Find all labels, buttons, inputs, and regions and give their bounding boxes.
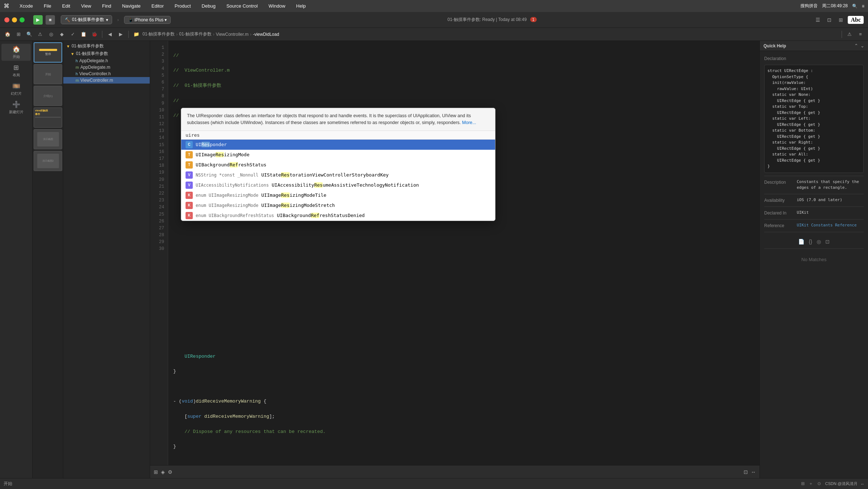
editor-options[interactable]: ≡	[856, 30, 865, 39]
error-indicator[interactable]: ⚠	[845, 30, 854, 39]
report-icon[interactable]: 📋	[79, 30, 88, 39]
ac-badge-6: K	[186, 202, 193, 209]
layout-sidebar-icon: ⊞	[13, 64, 19, 72]
qh-reference-link[interactable]: UIKit Constants Reference	[797, 222, 857, 229]
slide-thumb-4[interactable]: view的触发 事件	[34, 107, 62, 128]
file-nav-icon[interactable]: 📁	[132, 30, 141, 39]
editor-toggle[interactable]: ⊡	[825, 15, 834, 25]
sidebar-new-item[interactable]: ➕ 新建灯片	[1, 99, 31, 116]
right-panel-toggle[interactable]: ⊞	[836, 15, 846, 25]
layout-icon[interactable]: ⊞	[14, 30, 23, 39]
menu-edit[interactable]: Edit	[60, 3, 72, 9]
maximize-button[interactable]	[20, 17, 25, 22]
home-icon[interactable]: 🏠	[3, 30, 12, 39]
breadcrumb-group[interactable]: 01-触摸事件参数	[179, 31, 211, 37]
ac-item-7[interactable]: K enum UIBackgroundRefreshStatus UIBackg…	[181, 211, 495, 221]
sidebar-start-item[interactable]: 🏠 开始	[1, 44, 31, 61]
qh-description-label: Description	[764, 179, 793, 191]
run-button[interactable]: ▶	[33, 15, 43, 25]
stop-button[interactable]: ■	[46, 15, 55, 25]
menu-xcode[interactable]: Xcode	[17, 3, 35, 9]
bottom-circle-icon[interactable]: ⊙	[817, 481, 821, 486]
breadcrumb-sep-1: ›	[176, 32, 178, 37]
editor-bt-icon-5[interactable]: ↔	[751, 469, 756, 475]
device-selector[interactable]: 📱 iPhone 6s Plus ▾	[124, 16, 171, 24]
ac-ctx-5: enum UIImageResizingMode	[196, 193, 258, 198]
qh-code-icon[interactable]: {}	[809, 238, 812, 246]
autocomplete-more-link[interactable]: More...	[462, 120, 476, 125]
ac-item-0[interactable]: C UIResponder	[181, 140, 495, 150]
qh-inspect-icon[interactable]: ⊡	[825, 238, 830, 246]
debug-icon[interactable]: 🐞	[90, 30, 99, 39]
file-item-vc-m[interactable]: m ViewController.m	[63, 77, 150, 84]
editor-bt-icon-3[interactable]: ⚙	[168, 469, 173, 475]
menu-navigate[interactable]: Navigate	[120, 3, 142, 9]
slide-thumb-5[interactable]: 演示截图	[34, 129, 62, 149]
source-control-icon[interactable]: ◎	[46, 30, 56, 39]
menu-view[interactable]: View	[79, 3, 93, 9]
code-lines[interactable]: // // ViewController.m // 01-触摸事件参数 // /…	[168, 41, 760, 465]
ac-ctx-6: enum UIImageResizingMode	[196, 203, 258, 208]
menu-source-control[interactable]: Source Control	[224, 3, 260, 9]
m-file-icon-2: m	[76, 78, 79, 82]
bottom-expand-icon[interactable]: ↔	[860, 482, 864, 486]
menu-find[interactable]: Find	[100, 3, 113, 9]
ac-item-4[interactable]: V UIAccessibilityNotifications UIAccessi…	[181, 180, 495, 190]
editor-bt-icon-2[interactable]: ◈	[161, 469, 165, 475]
search-toolbar-icon[interactable]: 🔍	[25, 30, 34, 39]
file-item-vc-h[interactable]: h ViewController.h	[63, 71, 150, 77]
bottom-plus-icon[interactable]: ＋	[809, 481, 813, 486]
breadcrumb-scheme[interactable]: 01-触摸事件参数	[142, 31, 175, 37]
quick-help-collapse[interactable]: ⌃	[854, 43, 858, 48]
ac-item-3[interactable]: V NSString *const _Nonnull UIStateRestor…	[181, 170, 495, 180]
qh-bookmark-icon[interactable]: ◎	[817, 238, 821, 246]
ac-item-5[interactable]: K enum UIImageResizingMode UIImageResizi…	[181, 190, 495, 200]
control-center-icon[interactable]: ≡	[862, 4, 864, 9]
file-item-appdel-m[interactable]: m AppDelegate.m	[63, 64, 150, 71]
sidebar-layout-item[interactable]: ⊞ 布局	[1, 62, 31, 79]
slide-thumb-6[interactable]: 演示截图2	[34, 151, 62, 171]
menu-window[interactable]: Window	[267, 3, 288, 9]
ac-item-1[interactable]: T UIImageResizingMode	[181, 150, 495, 160]
file-item-root[interactable]: ▼ 01-触摸事件参数	[63, 42, 150, 50]
menu-editor[interactable]: Editor	[149, 3, 166, 9]
quick-help-expand[interactable]: ⌄	[860, 43, 864, 48]
menu-debug[interactable]: Debug	[200, 3, 218, 9]
file-group-label: 01-触摸事件参数	[76, 51, 108, 57]
apple-menu[interactable]: ⌘	[4, 3, 9, 9]
test-icon[interactable]: ✓	[68, 30, 77, 39]
editor-bt-icon-4[interactable]: ⊡	[744, 469, 748, 475]
breadcrumb-file[interactable]: ViewController.m	[216, 32, 248, 37]
slide-thumb-3[interactable]: 介绍(1)	[34, 86, 62, 106]
warning-icon[interactable]: ⚠	[35, 30, 45, 39]
file-item-appdel-h[interactable]: h AppDelegate.h	[63, 58, 150, 64]
bottom-start-label[interactable]: 开始	[4, 481, 12, 487]
minimize-button[interactable]	[12, 17, 17, 22]
search-icon[interactable]: 🔍	[852, 4, 858, 9]
code-editor[interactable]: 12345 678910 1112131415 1617181920 21222…	[150, 41, 760, 478]
slide-thumb-2[interactable]: 开始	[34, 64, 62, 84]
left-panel-toggle[interactable]: ☰	[813, 15, 822, 25]
navigate-forward[interactable]: ▶	[116, 30, 125, 39]
quick-help-header: Quick Help ⌃ ⌄	[760, 41, 868, 51]
slide-thumb-1[interactable]: 暂停	[34, 42, 62, 63]
menu-file[interactable]: File	[42, 3, 54, 9]
ac-item-6[interactable]: K enum UIImageResizingMode UIImageResizi…	[181, 200, 495, 211]
breadcrumb-method[interactable]: -viewDidLoad	[253, 32, 279, 37]
code-content[interactable]: 12345 678910 1112131415 1617181920 21222…	[150, 41, 760, 465]
sidebar-slides-item[interactable]: 🎞️ 幻灯片	[1, 81, 31, 98]
qh-file-icon[interactable]: 📄	[798, 238, 804, 246]
breakpoint-icon[interactable]: ◆	[57, 30, 67, 39]
menu-product[interactable]: Product	[173, 3, 193, 9]
file-navigator: ▼ 01-触摸事件参数 ▼ 01-触摸事件参数 h AppDelegate.h …	[63, 41, 150, 478]
navigate-back[interactable]: ◀	[105, 30, 115, 39]
editor-bt-icon-1[interactable]: ⊞	[154, 469, 158, 475]
menu-help[interactable]: Help	[294, 3, 308, 9]
sidebar-start-label: 开始	[13, 54, 20, 59]
close-button[interactable]	[4, 17, 9, 22]
ac-item-2[interactable]: T UIBackgroundRefreshStatus	[181, 160, 495, 170]
scheme-selector[interactable]: 🔨 01-触摸事件参数 ▾	[61, 15, 112, 24]
bottom-grid-icon[interactable]: ⊞	[801, 481, 805, 486]
file-root-label: 01-触摸事件参数	[72, 43, 104, 49]
file-item-group[interactable]: ▼ 01-触摸事件参数	[63, 50, 150, 58]
